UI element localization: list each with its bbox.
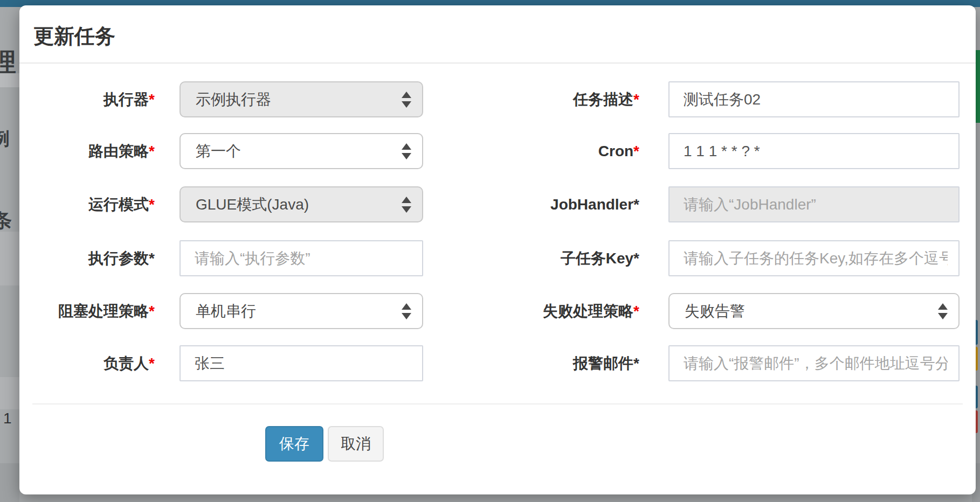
select-arrows-icon [402,142,411,161]
form-row: 阻塞处理策略* 单机串行 失败处理策略* 失败告警 [19,293,976,329]
form-divider [32,403,963,405]
form-row: 负责人* 报警邮件* [19,345,976,381]
select-arrows-icon [938,302,948,320]
route-strategy-label: 路由策略* [32,133,155,169]
background-text-fragment: 条 [0,207,12,234]
update-task-modal: 更新任务 执行器* 示例执行器 任务描述* 路由策略* 第一个 Cron* [19,5,976,494]
save-button[interactable]: 保存 [265,426,323,462]
background-row-band [0,232,19,285]
background-page-number: 1 [3,410,12,427]
modal-title: 更新任务 [33,23,115,50]
exec-param-label: 执行参数* [32,240,155,276]
select-arrows-icon [402,196,411,214]
required-asterisk: * [633,355,639,372]
background-text-fragment: 理 [0,46,16,79]
glue-type-select: GLUE模式(Java) [180,186,423,222]
job-desc-label: 任务描述* [483,81,639,117]
background-row-band [0,463,19,502]
jobhandler-label: JobHandler* [483,186,639,222]
required-asterisk: * [149,303,155,319]
background-text-fragment: 例 [0,127,10,151]
background-green-badge [976,73,980,123]
required-asterisk: * [633,303,639,319]
child-jobkey-label: 子任务Key* [483,240,639,276]
backdrop-left-strip: 理 例 条 1 [0,7,19,502]
required-asterisk: * [633,250,639,267]
form-row: 执行器* 示例执行器 任务描述* [19,81,976,117]
block-strategy-label: 阻塞处理策略* [32,293,155,329]
required-asterisk: * [149,143,155,159]
required-asterisk: * [149,196,155,213]
jobhandler-input [668,186,960,222]
glue-type-label: 运行模式* [32,186,155,222]
modal-header: 更新任务 [19,5,976,64]
required-asterisk: * [149,91,155,108]
required-asterisk: * [633,91,639,108]
select-arrows-icon [402,302,411,320]
author-input[interactable] [180,345,423,381]
executor-label: 执行器* [32,81,155,117]
required-asterisk: * [149,250,155,267]
author-label: 负责人* [32,345,155,381]
background-row-band [0,377,19,409]
required-asterisk: * [633,143,639,159]
exec-param-input[interactable] [180,240,423,276]
form-row: 运行模式* GLUE模式(Java) JobHandler* [19,186,976,222]
cron-input[interactable] [668,133,960,169]
job-desc-input[interactable] [668,81,960,117]
fail-strategy-label: 失败处理策略* [483,293,639,329]
select-arrows-icon [402,90,411,109]
form-row: 路由策略* 第一个 Cron* [19,133,976,169]
fail-strategy-select[interactable]: 失败告警 [668,293,960,329]
required-asterisk: * [633,196,639,213]
cancel-button[interactable]: 取消 [328,426,384,462]
alarm-email-input[interactable] [668,345,960,381]
block-strategy-select[interactable]: 单机串行 [180,293,423,329]
child-jobkey-input[interactable] [668,240,960,276]
route-strategy-select[interactable]: 第一个 [180,133,423,169]
alarm-email-label: 报警邮件* [483,345,639,381]
required-asterisk: * [149,355,155,372]
form-row: 执行参数* 子任务Key* [19,240,976,276]
executor-select: 示例执行器 [180,81,423,117]
cron-label: Cron* [483,133,639,169]
